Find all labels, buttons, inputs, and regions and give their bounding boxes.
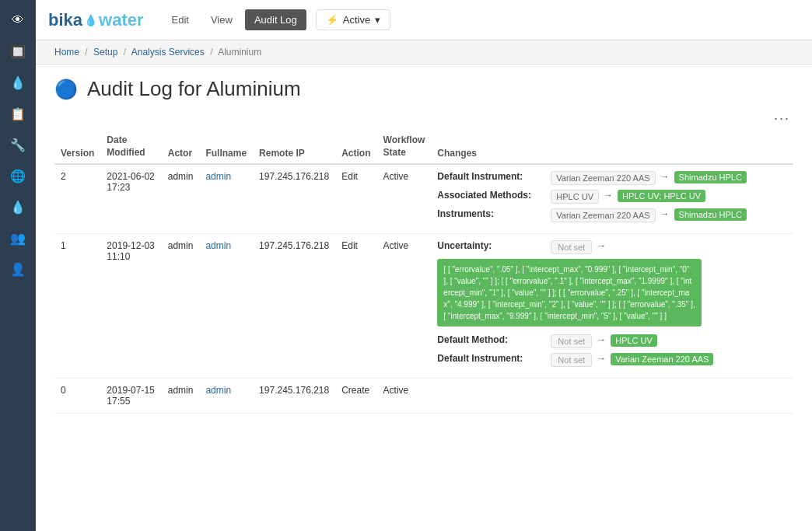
view-nav-link[interactable]: View <box>201 9 242 30</box>
changes-cell: Default Instrument: Varian Zeeman 220 AA… <box>431 164 793 234</box>
nav-links: Edit View Audit Log <box>163 9 306 30</box>
changes-cell <box>431 379 793 414</box>
sidebar-icon-user[interactable]: 👤 <box>4 255 32 283</box>
audit-log-nav-link[interactable]: Audit Log <box>245 9 306 30</box>
fullname-cell: admin <box>199 234 253 379</box>
uncertainty-label: Uncertainty: <box>437 240 546 251</box>
content-area: Home / Setup / Analysis Services / Alumi… <box>36 40 812 531</box>
date-modified-cell: 2019-07-15 17:55 <box>100 379 161 414</box>
th-fullname: Fullname <box>199 130 253 164</box>
change-to: Shimadzu HPLC <box>674 171 747 183</box>
sidebar-icon-users[interactable]: 👥 <box>4 224 32 252</box>
uncertainty-value: [ [ "errorvalue", ".05" ], [ "intercept_… <box>437 259 702 327</box>
change-from: HPLC UV <box>551 190 599 204</box>
th-changes: Changes <box>431 130 793 164</box>
breadcrumb: Home / Setup / Analysis Services / Alumi… <box>36 40 812 65</box>
version-cell: 0 <box>54 379 100 414</box>
fullname-cell: admin <box>199 164 253 234</box>
arrow-icon: → <box>660 208 670 219</box>
remote-ip-cell: 197.245.176.218 <box>253 164 335 234</box>
change-label: Associated Methods: <box>437 190 546 201</box>
change-to: HPLC UV <box>611 334 657 347</box>
change-label: Default Instrument: <box>437 353 546 364</box>
date-modified-cell: 2019-12-03 11:10 <box>100 234 161 379</box>
logo-bika: bika <box>48 10 82 30</box>
actor-cell: admin <box>162 379 200 414</box>
breadcrumb-home[interactable]: Home <box>54 47 79 58</box>
audit-table: Version DateModified Actor Fullname Remo… <box>54 130 793 414</box>
th-remote-ip: Remote IP <box>253 130 335 164</box>
actor-cell: admin <box>162 164 200 234</box>
logo: bika 💧 water <box>48 10 144 30</box>
table-row: 1 2019-12-03 11:10 admin admin 197.245.1… <box>54 234 793 379</box>
page-title: Audit Log for Aluminium <box>87 77 301 101</box>
main-content: bika 💧 water Edit View Audit Log ⚡ Activ… <box>36 0 812 531</box>
sidebar-icon-network[interactable]: 🌐 <box>4 162 32 190</box>
page-title-row: 🔵 Audit Log for Aluminium <box>54 77 793 101</box>
change-row-methods: Associated Methods: HPLC UV → HPLC UV; H… <box>437 190 787 204</box>
change-to: Shimadzu HPLC <box>674 208 747 221</box>
fullname-link[interactable]: admin <box>205 240 231 251</box>
arrow-icon: → <box>597 240 606 251</box>
action-cell: Create <box>335 379 376 414</box>
th-actor: Actor <box>162 130 200 164</box>
dropdown-arrow-icon: ▾ <box>375 14 380 26</box>
fullname-link[interactable]: admin <box>205 385 231 396</box>
edit-nav-link[interactable]: Edit <box>163 9 198 30</box>
change-row-instruments: Instruments: Varian Zeeman 220 AAS → Shi… <box>437 208 787 222</box>
not-set-badge: Not set <box>551 240 592 254</box>
sep3: / <box>210 47 212 58</box>
change-from: Varian Zeeman 220 AAS <box>551 171 655 185</box>
sidebar-icon-box[interactable]: 🔲 <box>4 37 32 65</box>
breadcrumb-analysis-services[interactable]: Analysis Services <box>131 47 205 58</box>
navbar: bika 💧 water Edit View Audit Log ⚡ Activ… <box>36 0 812 40</box>
active-badge[interactable]: ⚡ Active ▾ <box>316 9 390 30</box>
logo-water: water <box>99 10 143 30</box>
sidebar-icon-eye[interactable]: 👁 <box>4 6 32 34</box>
table-row: 2 2021-06-02 17:23 admin admin 197.245.1… <box>54 164 793 234</box>
sidebar-icon-tool[interactable]: 🔧 <box>4 131 32 159</box>
remote-ip-cell: 197.245.176.218 <box>253 234 335 379</box>
th-date-modified: DateModified <box>100 130 161 164</box>
not-set-badge: Not set <box>551 353 592 367</box>
arrow-icon: → <box>660 171 670 182</box>
sep1: / <box>85 47 87 58</box>
remote-ip-cell: 197.245.176.218 <box>253 379 335 414</box>
sidebar: 👁 🔲 💧 📋 🔧 🌐 💧 👥 👤 <box>0 0 36 531</box>
changes-cell: Uncertainty: Not set → [ [ "errorvalue",… <box>431 234 793 379</box>
more-options-button[interactable]: ··· <box>771 107 793 129</box>
table-row: 0 2019-07-15 17:55 admin admin 197.245.1… <box>54 379 793 414</box>
change-label: Default Instrument: <box>437 171 546 182</box>
change-label: Default Method: <box>437 334 546 345</box>
th-version: Version <box>54 130 100 164</box>
workflow-state-cell: Active <box>377 234 432 379</box>
sidebar-icon-list[interactable]: 📋 <box>4 100 32 128</box>
breadcrumb-setup[interactable]: Setup <box>93 47 117 58</box>
change-to: HPLC UV; HPLC UV <box>618 190 705 202</box>
th-workflow-state: WorkflowState <box>377 130 432 164</box>
change-label: Instruments: <box>437 208 546 219</box>
lightning-icon: ⚡ <box>326 14 338 26</box>
version-cell: 2 <box>54 164 100 234</box>
arrow-icon: → <box>604 190 613 201</box>
arrow-icon: → <box>597 334 606 345</box>
breadcrumb-aluminium: Aluminium <box>218 47 261 58</box>
fullname-cell: admin <box>199 379 253 414</box>
th-action: Action <box>335 130 376 164</box>
logo-drop-icon: 💧 <box>84 14 97 26</box>
change-row-instrument: Default Instrument: Varian Zeeman 220 AA… <box>437 171 787 185</box>
arrow-icon: → <box>597 353 606 364</box>
change-from: Varian Zeeman 220 AAS <box>551 208 655 222</box>
fullname-link[interactable]: admin <box>205 171 231 182</box>
active-label: Active <box>343 14 370 26</box>
title-icon: 🔵 <box>54 79 78 100</box>
default-method-change: Default Method: Not set → HPLC UV <box>437 334 787 348</box>
workflow-state-cell: Active <box>377 379 432 414</box>
change-to: Varian Zeeman 220 AAS <box>611 353 713 365</box>
date-modified-cell: 2021-06-02 17:23 <box>100 164 161 234</box>
workflow-state-cell: Active <box>377 164 432 234</box>
sidebar-icon-water2[interactable]: 💧 <box>4 193 32 221</box>
version-cell: 1 <box>54 234 100 379</box>
sidebar-icon-drop[interactable]: 💧 <box>4 68 32 96</box>
not-set-badge: Not set <box>551 334 592 348</box>
